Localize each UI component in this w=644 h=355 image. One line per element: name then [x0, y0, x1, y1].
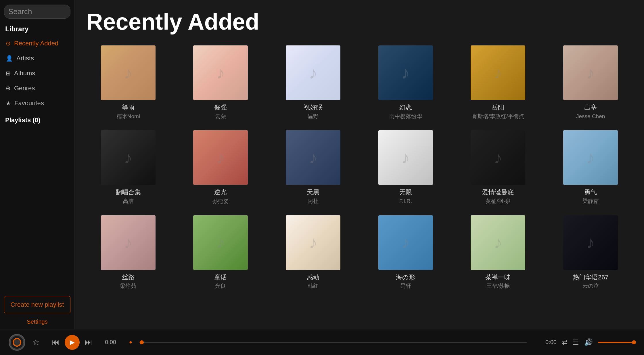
album-item[interactable]: ♪出塞Jesse Chen — [549, 45, 632, 120]
album-title: 逆光 — [214, 188, 227, 197]
album-cover: ♪ — [471, 215, 525, 270]
album-item[interactable]: ♪幻恋雨中樱落纷华 — [364, 45, 448, 120]
progress-handle[interactable] — [140, 340, 144, 344]
next-button[interactable]: ⏭ — [85, 338, 92, 347]
album-artist: 糯米Nomi — [116, 113, 140, 120]
album-cover: ♪ — [563, 215, 618, 270]
search-bar[interactable]: 🔍 — [4, 5, 70, 19]
favourites-icon: ★ — [6, 100, 11, 107]
album-artist: 昙轩 — [400, 283, 411, 290]
volume-slider[interactable] — [598, 342, 635, 343]
sidebar-item-label: Favourites — [14, 99, 44, 107]
progress-bar[interactable] — [139, 342, 527, 343]
sidebar-nav: ⊙ Recently Added 👤 Artists ⊞ Albums ⊕ Ge… — [0, 35, 74, 112]
album-artist: 王华/苏畅 — [486, 283, 510, 290]
album-cover: ♪ — [378, 215, 433, 270]
album-artist: F.I.R. — [399, 198, 412, 205]
album-artist: 高洁 — [123, 198, 134, 205]
album-title: 幻恋 — [399, 103, 412, 112]
album-item[interactable]: ♪爱情谎曼底黄征/羽·泉 — [456, 130, 540, 205]
sidebar-item-label: Artists — [16, 55, 34, 62]
queue-button[interactable]: ☰ — [573, 338, 579, 346]
player-controls: ⏮ ▶ ⏭ — [52, 335, 92, 350]
sidebar: 🔍 Library ⊙ Recently Added 👤 Artists ⊞ A… — [0, 0, 75, 329]
album-artist: 温野 — [308, 113, 319, 120]
album-title: 倔强 — [214, 103, 227, 112]
album-title: 无限 — [399, 188, 412, 197]
main-content: Recently Added ♪等雨糯米Nomi♪倔强云朵♪祝好眠温野♪幻恋雨中… — [75, 0, 644, 329]
album-item[interactable]: ♪童话光良 — [179, 215, 263, 290]
albums-icon: ⊞ — [6, 70, 11, 77]
album-cover: ♪ — [378, 45, 433, 100]
album-cover: ♪ — [471, 45, 525, 100]
album-cover: ♪ — [471, 130, 525, 185]
album-cover: ♪ — [193, 130, 248, 185]
album-artist: 韩红 — [308, 283, 319, 290]
album-artist: Jesse Chen — [576, 113, 605, 120]
album-title: 岳阳 — [492, 103, 504, 112]
page-title: Recently Added — [86, 9, 632, 35]
album-item[interactable]: ♪翻唱合集高洁 — [86, 130, 170, 205]
album-title: 海の形 — [396, 273, 415, 282]
album-cover: ♪ — [286, 45, 340, 100]
album-item[interactable]: ♪热门华语267云の泣 — [549, 215, 632, 290]
play-button[interactable]: ▶ — [65, 335, 80, 350]
player-bar: ☆ ⏮ ▶ ⏭ 0:00 ● 0:00 ⇄ ☰ 🔊 — [0, 329, 644, 355]
album-cover: ♪ — [563, 130, 618, 185]
album-artist: 肖斯塔/李政红/平衡点 — [472, 113, 524, 120]
prev-button[interactable]: ⏮ — [52, 338, 60, 347]
album-item[interactable]: ♪等雨糯米Nomi — [86, 45, 170, 120]
album-artist: 梁静茹 — [582, 198, 599, 205]
album-grid: ♪等雨糯米Nomi♪倔强云朵♪祝好眠温野♪幻恋雨中樱落纷华♪岳阳肖斯塔/李政红/… — [86, 45, 632, 290]
album-cover: ♪ — [563, 45, 618, 100]
time-end: 0:00 — [539, 339, 557, 346]
album-item[interactable]: ♪祝好眠温野 — [271, 45, 355, 120]
album-title: 勇气 — [584, 188, 597, 197]
album-cover: ♪ — [286, 130, 340, 185]
vinyl-icon — [9, 334, 25, 351]
album-cover: ♪ — [193, 45, 248, 100]
album-item[interactable]: ♪茶禅一味王华/苏畅 — [456, 215, 540, 290]
album-title: 等雨 — [122, 103, 135, 112]
sidebar-item-label: Recently Added — [14, 40, 58, 47]
album-item[interactable]: ♪无限F.I.R. — [364, 130, 448, 205]
album-title: 天黑 — [307, 188, 319, 197]
album-cover: ♪ — [101, 45, 156, 100]
album-item[interactable]: ♪丝路梁静茹 — [86, 215, 170, 290]
sidebar-item-albums[interactable]: ⊞ Albums — [0, 66, 74, 81]
album-title: 感动 — [307, 273, 319, 282]
sidebar-item-artists[interactable]: 👤 Artists — [0, 51, 74, 66]
sidebar-item-recently-added[interactable]: ⊙ Recently Added — [0, 36, 74, 51]
album-title: 热门华语267 — [573, 273, 609, 282]
sidebar-item-favourites[interactable]: ★ Favourites — [0, 96, 74, 111]
album-artist: 雨中樱落纷华 — [389, 113, 422, 120]
album-item[interactable]: ♪海の形昙轩 — [364, 215, 448, 290]
album-item[interactable]: ♪倔强云朵 — [179, 45, 263, 120]
volume-button[interactable]: 🔊 — [584, 338, 593, 346]
settings-link[interactable]: Settings — [0, 317, 74, 329]
album-title: 翻唱合集 — [116, 188, 141, 197]
album-cover: ♪ — [101, 130, 156, 185]
album-title: 祝好眠 — [304, 103, 323, 112]
album-item[interactable]: ♪天黑阿杜 — [271, 130, 355, 205]
album-cover: ♪ — [286, 215, 340, 270]
shuffle-button[interactable]: ⇄ — [562, 338, 568, 346]
album-title: 茶禅一味 — [485, 273, 511, 282]
album-item[interactable]: ♪感动韩红 — [271, 215, 355, 290]
album-title: 丝路 — [122, 273, 135, 282]
recently-added-icon: ⊙ — [6, 40, 11, 47]
album-item[interactable]: ♪逆光孙燕姿 — [179, 130, 263, 205]
album-item[interactable]: ♪岳阳肖斯塔/李政红/平衡点 — [456, 45, 540, 120]
sidebar-item-genres[interactable]: ⊕ Genres — [0, 81, 74, 96]
artists-icon: 👤 — [6, 55, 13, 62]
album-artist: 阿杜 — [308, 198, 319, 205]
album-cover: ♪ — [378, 130, 433, 185]
genres-icon: ⊕ — [6, 85, 11, 92]
favourite-button[interactable]: ☆ — [32, 337, 39, 347]
album-item[interactable]: ♪勇气梁静茹 — [549, 130, 632, 205]
create-playlist-button[interactable]: Create new playlist — [4, 296, 70, 313]
album-title: 童话 — [214, 273, 227, 282]
playlists-label: Playlists (0) — [0, 112, 74, 126]
album-artist: 云の泣 — [582, 283, 599, 290]
album-artist: 云朵 — [215, 113, 226, 120]
